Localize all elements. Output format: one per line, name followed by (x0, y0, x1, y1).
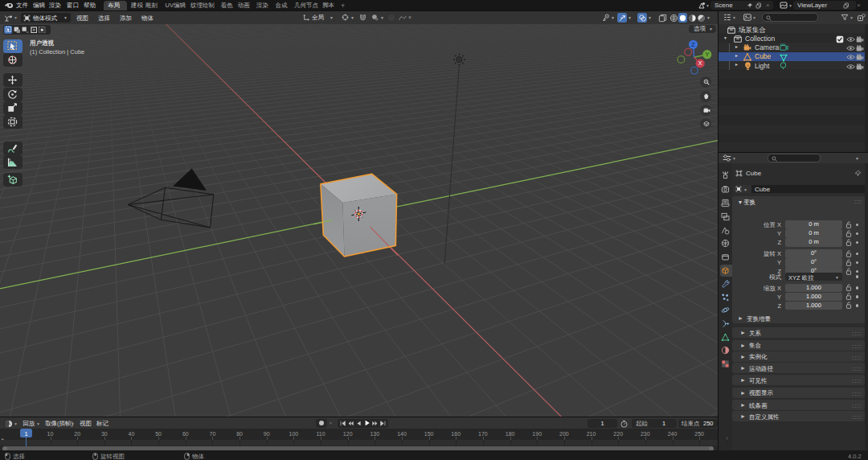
svg-text:Z: Z (691, 42, 695, 47)
svg-text:X: X (698, 60, 702, 66)
svg-text:Y: Y (705, 51, 709, 57)
